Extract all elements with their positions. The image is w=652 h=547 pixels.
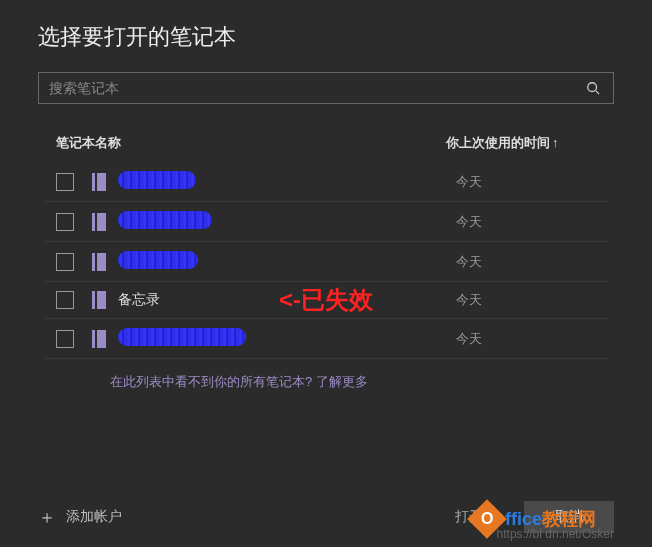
search-icon	[586, 81, 600, 95]
plus-icon: ＋	[38, 505, 56, 529]
add-account-button[interactable]: ＋ 添加帐户	[38, 505, 122, 529]
notebook-time: 今天	[456, 330, 596, 348]
svg-point-0	[588, 83, 597, 92]
checkbox[interactable]	[56, 253, 74, 271]
checkbox[interactable]	[56, 213, 74, 231]
notebook-name	[118, 171, 456, 192]
notebook-icon	[92, 213, 106, 231]
learn-more-link[interactable]: 了解更多	[316, 374, 368, 389]
notebook-time: 今天	[456, 173, 596, 191]
notebook-list: 今天今天今天备忘录今天<-已失效今天	[0, 162, 652, 359]
notebook-icon	[92, 291, 106, 309]
notebook-time: 今天	[456, 253, 596, 271]
notebook-row[interactable]: 今天	[44, 319, 608, 359]
sort-arrow-icon: ↑	[552, 135, 559, 150]
search-input[interactable]	[39, 80, 573, 96]
header-name[interactable]: 笔记本名称	[56, 134, 446, 152]
notebook-name	[118, 211, 456, 232]
notebook-time: 今天	[456, 213, 596, 231]
notebook-name	[118, 251, 456, 272]
checkbox[interactable]	[56, 330, 74, 348]
notebook-row[interactable]: 今天	[44, 162, 608, 202]
svg-line-1	[596, 91, 600, 95]
notebook-name: 备忘录	[118, 291, 456, 309]
notebook-name	[118, 328, 456, 349]
watermark-url: https://bl dn.net/Osker	[497, 527, 614, 541]
search-box	[38, 72, 614, 104]
notebook-time: 今天	[456, 291, 596, 309]
header-time[interactable]: 你上次使用的时间↑	[446, 134, 596, 152]
notebook-icon	[92, 173, 106, 191]
notebook-icon	[92, 330, 106, 348]
checkbox[interactable]	[56, 291, 74, 309]
notebook-row[interactable]: 今天	[44, 202, 608, 242]
dialog-title: 选择要打开的笔记本	[0, 0, 652, 72]
checkbox[interactable]	[56, 173, 74, 191]
search-button[interactable]	[573, 73, 613, 103]
column-headers: 笔记本名称 你上次使用的时间↑	[0, 104, 652, 162]
notebook-icon	[92, 253, 106, 271]
notebook-row[interactable]: 今天	[44, 242, 608, 282]
notebook-row[interactable]: 备忘录今天<-已失效	[44, 282, 608, 319]
help-text: 在此列表中看不到你的所有笔记本? 了解更多	[110, 373, 652, 391]
